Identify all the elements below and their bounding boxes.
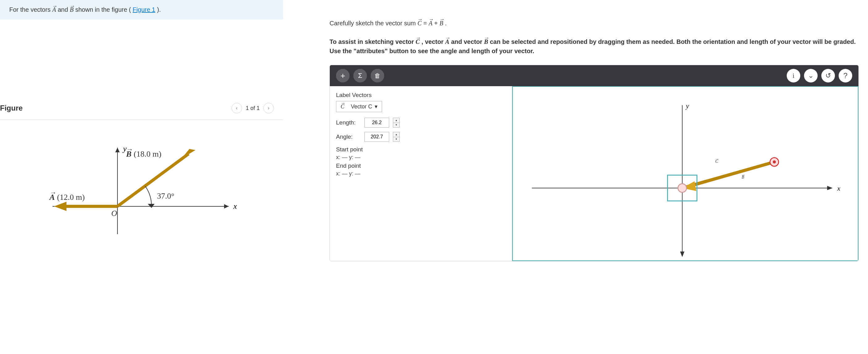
figure-prev-button[interactable]: ‹	[231, 103, 242, 114]
help-icon: ?	[843, 71, 847, 80]
svg-point-22	[678, 184, 686, 192]
help-button[interactable]: ?	[839, 69, 852, 83]
plus-icon: +	[340, 71, 345, 81]
figure-vector-a-label: A	[50, 193, 55, 202]
svg-text:x: x	[837, 185, 840, 192]
length-down[interactable]: ▼	[393, 123, 399, 128]
add-vector-button[interactable]: +	[336, 69, 350, 83]
figure-vector-a-mag: (12.0 m)	[57, 193, 85, 202]
figure-origin: O	[111, 209, 117, 218]
canvas-vector-c-label: C	[715, 159, 718, 164]
svg-point-21	[773, 160, 776, 163]
length-input[interactable]	[365, 118, 389, 128]
start-point-heading: Start point	[336, 146, 506, 153]
angle-label: Angle:	[336, 133, 361, 140]
svg-marker-10	[148, 204, 155, 208]
svg-line-8	[118, 154, 189, 206]
vector-c-name: Vector C	[351, 103, 372, 110]
svg-marker-14	[680, 252, 684, 257]
caret-down-icon: ▾	[375, 103, 377, 110]
end-point-heading: End point	[336, 162, 506, 169]
info-icon: i	[793, 72, 795, 80]
length-up[interactable]: ▲	[393, 118, 399, 123]
reset-icon: ↺	[825, 72, 831, 80]
angle-input[interactable]	[365, 132, 389, 142]
vector-c-symbol: C	[341, 103, 344, 110]
figure-vector-b-mag: (18.0 m)	[134, 150, 162, 158]
figure-next-button[interactable]: ›	[264, 103, 274, 114]
label-vectors-heading: Label Vectors	[336, 92, 506, 99]
attributes-panel: Label Vectors C Vector C ▾ Length: ▲▼ An…	[330, 86, 512, 261]
svg-marker-2	[224, 204, 229, 208]
vector-selector-dropdown[interactable]: C Vector C ▾	[336, 101, 382, 112]
figure-title: Figure	[0, 104, 23, 112]
figure-pager: ‹ 1 of 1 ›	[231, 103, 274, 114]
svg-marker-7	[54, 202, 66, 211]
start-point-coords: x: — y: —	[336, 154, 506, 161]
angle-down[interactable]: ▼	[393, 137, 399, 142]
reset-button[interactable]: ↺	[821, 69, 835, 83]
figure-page-count: 1 of 1	[246, 105, 260, 111]
sigma-button[interactable]: Σ	[353, 69, 367, 83]
figure-angle: 37.0°	[157, 192, 174, 201]
svg-text:x: x	[233, 202, 237, 211]
svg-marker-3	[115, 148, 120, 152]
length-spinner[interactable]: ▲▼	[393, 118, 400, 128]
vector-b-symbol: B	[70, 6, 73, 13]
figure-diagram: x y B (18.0 m) A (12.0 m) 37.0° O	[37, 132, 272, 244]
sketch-toolbar: + Σ 🗑 i ⌄ ↺ ?	[330, 65, 859, 86]
svg-marker-12	[827, 186, 833, 190]
info-button[interactable]: i	[787, 69, 800, 83]
length-label: Length:	[336, 119, 361, 126]
canvas-vector-b-label: B	[742, 175, 744, 180]
sketch-widget: + Σ 🗑 i ⌄ ↺ ? Label Vectors C Vector C	[330, 65, 859, 261]
sigma-icon: Σ	[358, 72, 362, 80]
svg-line-18	[688, 162, 774, 186]
collapse-button[interactable]: ⌄	[804, 69, 817, 83]
instruction-block: Carefully sketch the vector sum C = A + …	[330, 19, 859, 56]
end-point-coords: x: — y: —	[336, 170, 506, 177]
svg-text:y: y	[685, 102, 689, 110]
problem-statement: For the vectors A and B shown in the fig…	[0, 0, 283, 20]
chevron-down-icon: ⌄	[808, 72, 814, 80]
figure-vector-b-label: B	[126, 150, 131, 159]
vector-canvas[interactable]: x y B C	[512, 86, 859, 261]
delete-button[interactable]: 🗑	[371, 69, 384, 83]
angle-up[interactable]: ▲	[393, 132, 399, 137]
angle-spinner[interactable]: ▲▼	[393, 132, 400, 142]
vector-a-symbol: A	[52, 6, 56, 13]
divider	[0, 120, 283, 120]
prompt-text: For the vectors	[9, 6, 52, 13]
figure-link[interactable]: Figure 1	[133, 6, 155, 13]
trash-icon: 🗑	[374, 72, 380, 79]
